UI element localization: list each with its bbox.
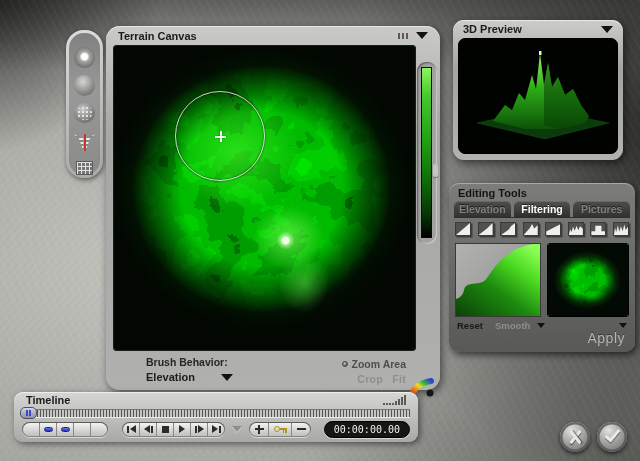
- brush-mode-value[interactable]: Elevation: [146, 371, 195, 383]
- add-keyframe-button[interactable]: [250, 423, 268, 436]
- filter-preset-mesa-icon[interactable]: [590, 222, 606, 236]
- brush-behavior-bar: Brush Behavior: Elevation Zoom Area Crop…: [106, 354, 440, 390]
- brush-mode-dropdown-icon[interactable]: [221, 374, 233, 381]
- crop-button[interactable]: Crop: [357, 373, 383, 385]
- timeline-ruler[interactable]: [22, 409, 410, 418]
- step-forward-button[interactable]: [191, 423, 207, 436]
- memory-dot-group: [22, 422, 108, 437]
- 3d-preview-window: 3D Preview: [453, 20, 623, 160]
- filter-preview-falloff: [548, 244, 628, 316]
- tab-pictures[interactable]: Pictures: [573, 201, 630, 217]
- filter-preset-terrace-icon[interactable]: [500, 222, 516, 236]
- timeline-options-icon[interactable]: [232, 426, 242, 432]
- terrain-peak-spot: [114, 46, 415, 350]
- tab-elevation[interactable]: Elevation: [454, 201, 511, 217]
- timeline-meter-icon[interactable]: [383, 395, 406, 405]
- plain-sphere-tool-icon[interactable]: [74, 75, 95, 96]
- editing-tools-panel: Editing Tools Elevation Filtering Pictur…: [449, 183, 635, 352]
- filter-preset-curve-icon[interactable]: [478, 222, 494, 236]
- confirm-button[interactable]: [597, 422, 627, 452]
- tab-filtering[interactable]: Filtering: [514, 201, 571, 217]
- terrain-heightmap-canvas[interactable]: [113, 45, 416, 351]
- filter-preset-peak-icon[interactable]: [523, 222, 539, 236]
- timeline-panel: Timeline 00: [14, 392, 418, 442]
- filter-preset-row: [455, 222, 629, 238]
- key-icon: [274, 425, 287, 433]
- terrain-canvas-titlebar[interactable]: Terrain Canvas: [106, 26, 440, 43]
- cancel-x-icon: [560, 422, 590, 452]
- filter-preset-slope-icon[interactable]: [545, 222, 561, 236]
- step-back-button[interactable]: [140, 423, 156, 436]
- tool-palette: [66, 30, 103, 178]
- key-button[interactable]: [269, 423, 291, 436]
- timeline-title: Timeline: [26, 394, 70, 406]
- memory-dot-button[interactable]: [91, 423, 107, 436]
- transport-group: [122, 422, 225, 437]
- filter-curve: [456, 244, 540, 316]
- window-menu-icon[interactable]: [416, 32, 428, 39]
- terrain-canvas-title: Terrain Canvas: [118, 30, 197, 42]
- editing-tools-tabs: Elevation Filtering Pictures: [454, 201, 630, 218]
- editing-tools-title: Editing Tools: [458, 187, 527, 199]
- timeline-scrub-handle[interactable]: [20, 407, 37, 419]
- memory-dot-button[interactable]: [23, 423, 39, 436]
- elevation-gradient-groove: [417, 62, 437, 244]
- memory-dot-button[interactable]: [74, 423, 90, 436]
- elevation-brush-icon[interactable]: [74, 134, 96, 151]
- filter-preset-noise-icon[interactable]: [568, 222, 584, 236]
- 3d-preview-canvas[interactable]: [458, 38, 618, 154]
- memory-dot-icon: [61, 427, 70, 432]
- reset-button[interactable]: Reset: [457, 320, 483, 331]
- keyframe-group: [249, 422, 311, 437]
- memory-dot-button[interactable]: [57, 423, 73, 436]
- tool-palette-inner: [69, 33, 100, 175]
- remove-keyframe-button[interactable]: [292, 423, 310, 436]
- 3d-preview-title: 3D Preview: [463, 23, 522, 35]
- light-sphere-tool-icon[interactable]: [74, 47, 95, 68]
- timeline-controls: 00:00:00.00: [22, 421, 410, 437]
- gradient-handle[interactable]: [433, 164, 438, 177]
- stop-button[interactable]: [157, 423, 173, 436]
- preview-options-icon[interactable]: [619, 323, 627, 328]
- smooth-mode-value[interactable]: Smooth: [495, 320, 530, 331]
- timeline-titlebar[interactable]: Timeline: [14, 392, 418, 406]
- memory-dot-button[interactable]: [40, 423, 56, 436]
- elevation-gradient-bar[interactable]: [421, 67, 432, 238]
- filter-preset-spikes-icon[interactable]: [613, 222, 629, 236]
- filter-curve-graph[interactable]: [455, 243, 541, 317]
- terrain-canvas-window: Terrain Canvas: [106, 26, 440, 390]
- timecode-display: 00:00:00.00: [324, 421, 410, 438]
- smooth-dropdown-icon[interactable]: [537, 323, 545, 328]
- cancel-button[interactable]: [560, 422, 590, 452]
- go-end-button[interactable]: [208, 423, 224, 436]
- confirm-check-icon: [605, 426, 621, 443]
- terrain-3d-render: [459, 39, 618, 154]
- dither-sphere-tool-icon[interactable]: [74, 103, 95, 124]
- preview-menu-icon[interactable]: [601, 26, 613, 33]
- play-button[interactable]: [174, 423, 190, 436]
- apply-button[interactable]: Apply: [587, 330, 625, 346]
- title-grip-icon[interactable]: [398, 33, 408, 39]
- filter-preset-ramp-icon[interactable]: [455, 222, 471, 236]
- 3d-preview-titlebar[interactable]: 3D Preview: [453, 20, 623, 36]
- brush-crosshair-icon: [215, 131, 226, 142]
- memory-dot-icon: [44, 427, 53, 432]
- fit-button[interactable]: Fit: [392, 373, 406, 385]
- filter-result-preview[interactable]: [547, 243, 629, 317]
- go-start-button[interactable]: [123, 423, 139, 436]
- zoom-area-radio[interactable]: [342, 361, 348, 367]
- grid-resolution-icon[interactable]: [76, 161, 93, 175]
- zoom-area-label[interactable]: Zoom Area: [352, 358, 406, 370]
